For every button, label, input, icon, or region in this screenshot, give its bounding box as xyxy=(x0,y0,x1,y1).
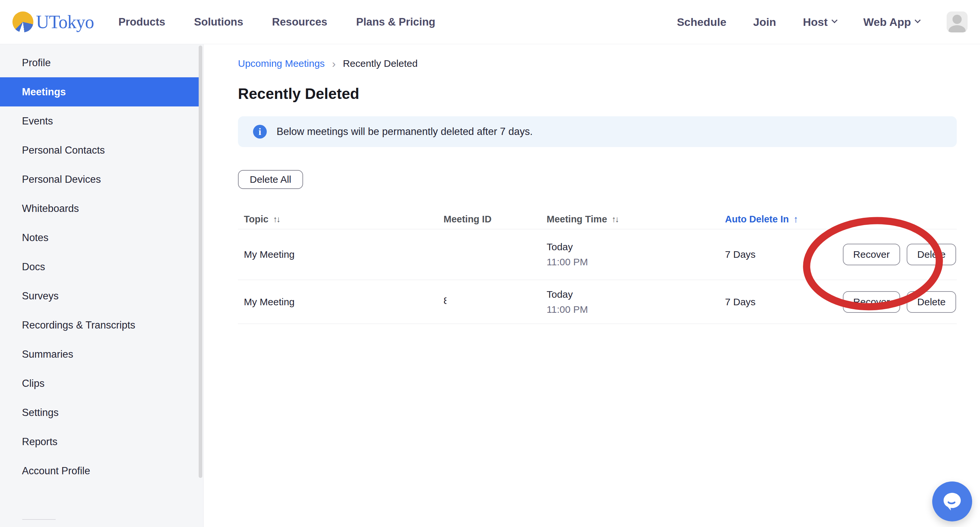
logo-text: UTokyo xyxy=(36,11,94,32)
chevron-down-icon xyxy=(831,17,837,23)
meeting-time-clock: 11:00 PM xyxy=(547,304,725,315)
sidebar-nav: Profile Meetings Events Personal Contact… xyxy=(0,44,204,527)
sidebar-item-reports[interactable]: Reports xyxy=(0,427,203,456)
sidebar-item-personal-contacts[interactable]: Personal Contacts xyxy=(0,136,203,165)
cell-meeting-time: Today 11:00 PM xyxy=(547,241,725,268)
sidebar-item-summaries[interactable]: Summaries xyxy=(0,340,203,369)
ginkgo-leaf-icon xyxy=(13,11,33,32)
sidebar-item-whiteboards[interactable]: Whiteboards xyxy=(0,194,203,223)
breadcrumb-link-upcoming-meetings[interactable]: Upcoming Meetings xyxy=(238,58,325,69)
user-avatar[interactable] xyxy=(947,11,967,32)
nav-item-solutions[interactable]: Solutions xyxy=(194,16,243,28)
chevron-down-icon xyxy=(915,17,920,23)
nav-item-plans-pricing[interactable]: Plans & Pricing xyxy=(356,16,435,28)
nav-item-schedule[interactable]: Schedule xyxy=(677,16,726,29)
meeting-id-header-label: Meeting ID xyxy=(444,214,492,225)
sort-both-icon[interactable]: ↑↓ xyxy=(612,214,618,224)
primary-nav: Products Solutions Resources Plans & Pri… xyxy=(118,16,435,28)
recover-button[interactable]: Recover xyxy=(843,291,900,313)
cell-actions: Recover Delete xyxy=(828,291,957,313)
sidebar-item-settings[interactable]: Settings xyxy=(0,398,203,427)
sidebar-item-notes[interactable]: Notes xyxy=(0,223,203,252)
nav-item-products[interactable]: Products xyxy=(118,16,165,28)
top-header: UTokyo Products Solutions Resources Plan… xyxy=(0,0,980,44)
column-header-auto-delete-in[interactable]: Auto Delete In ↑ xyxy=(725,214,828,225)
cell-topic: My Meeting xyxy=(244,249,444,260)
sidebar-item-meetings[interactable]: Meetings xyxy=(0,77,200,107)
recently-deleted-table: Topic ↑↓ Meeting ID Meeting Time ↑↓ Auto… xyxy=(238,209,957,324)
web-app-label: Web App xyxy=(864,16,911,29)
page-title: Recently Deleted xyxy=(238,85,957,102)
cell-topic: My Meeting xyxy=(244,296,444,308)
table-row: My Meeting 8 Today 11:00 PM 7 Days Recov… xyxy=(238,280,957,324)
secondary-nav: Schedule Join Host Web App xyxy=(677,11,967,32)
recover-button[interactable]: Recover xyxy=(843,244,900,265)
nav-item-resources[interactable]: Resources xyxy=(272,16,327,28)
sort-both-icon[interactable]: ↑↓ xyxy=(273,214,280,224)
table-divider xyxy=(238,324,957,324)
sidebar-item-docs[interactable]: Docs xyxy=(0,252,203,281)
breadcrumb: Upcoming Meetings › Recently Deleted xyxy=(238,58,957,69)
table-header-row: Topic ↑↓ Meeting ID Meeting Time ↑↓ Auto… xyxy=(238,209,957,229)
sidebar-item-account-profile[interactable]: Account Profile xyxy=(0,456,203,485)
column-header-topic[interactable]: Topic ↑↓ xyxy=(244,214,444,225)
sidebar-item-events[interactable]: Events xyxy=(0,107,203,136)
meeting-time-header-label: Meeting Time xyxy=(547,214,607,225)
chat-bubble-icon xyxy=(940,489,964,514)
auto-delete-in-header-label: Auto Delete In xyxy=(725,214,789,225)
sidebar-scrollbar[interactable] xyxy=(199,46,202,478)
cell-auto-delete: 7 Days xyxy=(725,296,828,308)
info-banner-text: Below meetings will be permanently delet… xyxy=(277,126,533,137)
cell-meeting-time: Today 11:00 PM xyxy=(547,289,725,315)
sidebar-item-surveys[interactable]: Surveys xyxy=(0,281,203,310)
sidebar-divider xyxy=(22,519,56,520)
host-label: Host xyxy=(803,16,828,29)
nav-item-join[interactable]: Join xyxy=(753,16,776,29)
column-header-meeting-time[interactable]: Meeting Time ↑↓ xyxy=(547,214,725,225)
sort-asc-icon[interactable]: ↑ xyxy=(794,214,798,225)
delete-all-button[interactable]: Delete All xyxy=(238,170,303,189)
meeting-time-day: Today xyxy=(547,289,725,300)
utokyo-logo[interactable]: UTokyo xyxy=(13,11,94,32)
cell-meeting-id: 8 xyxy=(444,295,447,306)
info-icon: i xyxy=(253,125,267,139)
sidebar-item-personal-devices[interactable]: Personal Devices xyxy=(0,165,203,194)
nav-dropdown-web-app[interactable]: Web App xyxy=(864,16,920,29)
delete-button[interactable]: Delete xyxy=(907,244,956,265)
sidebar-item-recordings-transcripts[interactable]: Recordings & Transcripts xyxy=(0,310,203,340)
sidebar-item-profile[interactable]: Profile xyxy=(0,48,203,77)
nav-dropdown-host[interactable]: Host xyxy=(803,16,837,29)
cell-auto-delete: 7 Days xyxy=(725,249,828,260)
topic-header-label: Topic xyxy=(244,214,269,225)
info-banner: i Below meetings will be permanently del… xyxy=(238,116,957,147)
cell-actions: Recover Delete xyxy=(828,244,957,265)
meeting-time-clock: 11:00 PM xyxy=(547,257,725,268)
chat-widget-button[interactable] xyxy=(932,481,972,521)
meeting-time-day: Today xyxy=(547,241,725,252)
breadcrumb-current: Recently Deleted xyxy=(343,58,417,69)
sidebar-item-clips[interactable]: Clips xyxy=(0,369,203,398)
breadcrumb-separator-icon: › xyxy=(332,58,336,69)
main-content: Upcoming Meetings › Recently Deleted Rec… xyxy=(204,44,980,527)
table-row: My Meeting Today 11:00 PM 7 Days Recover… xyxy=(238,229,957,280)
column-header-meeting-id: Meeting ID xyxy=(444,214,547,225)
delete-button[interactable]: Delete xyxy=(907,291,956,313)
